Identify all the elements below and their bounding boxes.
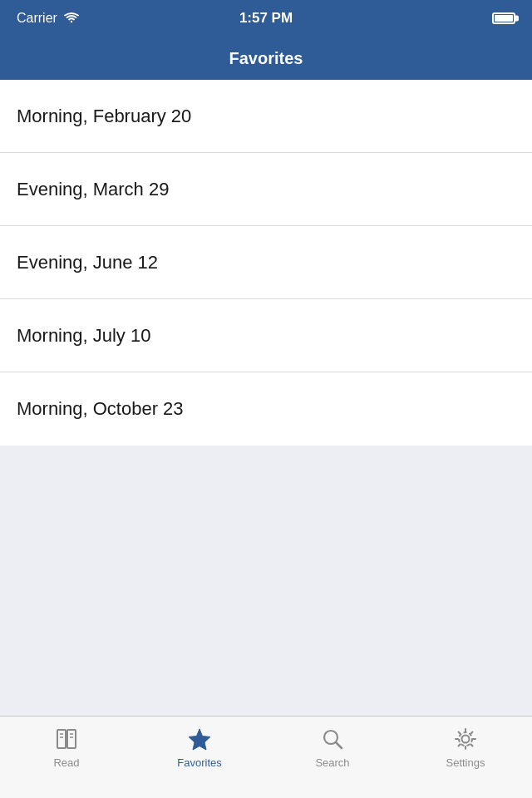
- tab-settings[interactable]: Settings: [399, 725, 532, 769]
- list-item-label: Evening, March 29: [17, 179, 169, 200]
- list-item-label: Morning, July 10: [17, 325, 150, 347]
- book-icon: [52, 725, 81, 753]
- nav-header: Favorites: [0, 37, 532, 80]
- list-item[interactable]: Evening, March 29: [0, 153, 532, 226]
- status-bar-right: [492, 12, 515, 24]
- search-icon: [318, 725, 347, 753]
- tab-read[interactable]: Read: [0, 725, 133, 769]
- list-item-label: Morning, February 20: [17, 106, 191, 127]
- carrier-label: Carrier: [17, 11, 57, 26]
- tab-favorites-label: Favorites: [177, 756, 221, 769]
- svg-marker-6: [189, 729, 210, 750]
- status-bar-left: Carrier: [17, 11, 79, 26]
- list-item[interactable]: Morning, October 23: [0, 372, 532, 446]
- star-icon: [185, 725, 214, 753]
- status-bar: Carrier 1:57 PM: [0, 0, 532, 37]
- wifi-icon: [64, 12, 79, 24]
- list-item[interactable]: Morning, February 20: [0, 80, 532, 153]
- svg-rect-1: [67, 730, 76, 748]
- svg-point-9: [462, 736, 470, 743]
- tab-bar: Read Favorites Search Settings: [0, 716, 532, 798]
- battery-icon: [492, 12, 515, 24]
- list-item[interactable]: Evening, June 12: [0, 226, 532, 299]
- tab-favorites[interactable]: Favorites: [133, 725, 266, 769]
- list-item-label: Morning, October 23: [17, 398, 184, 420]
- favorites-list: Morning, February 20 Evening, March 29 E…: [0, 80, 532, 446]
- tab-search-label: Search: [315, 756, 349, 769]
- svg-rect-0: [57, 730, 66, 748]
- empty-area: [0, 446, 532, 716]
- tab-search[interactable]: Search: [266, 725, 399, 769]
- gear-icon: [451, 725, 480, 753]
- list-item[interactable]: Morning, July 10: [0, 299, 532, 372]
- list-item-label: Evening, June 12: [17, 252, 158, 273]
- svg-line-8: [336, 742, 342, 748]
- tab-settings-label: Settings: [446, 756, 485, 769]
- page-title: Favorites: [229, 49, 303, 68]
- status-bar-time: 1:57 PM: [239, 10, 293, 27]
- tab-read-label: Read: [53, 756, 79, 769]
